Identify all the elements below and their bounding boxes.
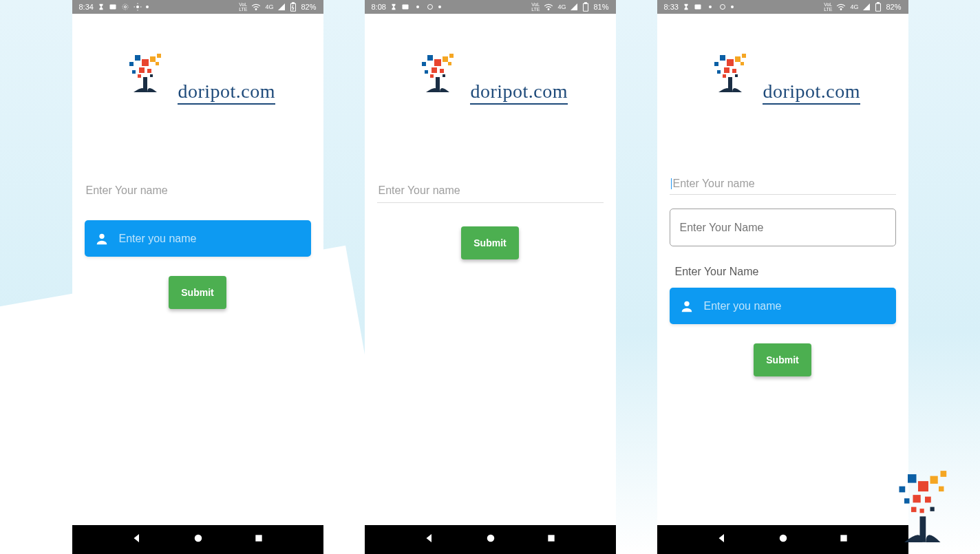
placeholder-text: Enter Your name bbox=[673, 178, 755, 190]
svg-point-28 bbox=[416, 6, 419, 8]
svg-rect-15 bbox=[142, 59, 149, 66]
dot-icon bbox=[731, 6, 734, 8]
svg-rect-75 bbox=[925, 497, 931, 503]
nav-home-icon[interactable] bbox=[777, 532, 789, 547]
signal-icon bbox=[862, 3, 871, 11]
signal-icon bbox=[570, 3, 578, 11]
svg-point-67 bbox=[684, 301, 689, 306]
svg-point-31 bbox=[548, 9, 550, 10]
nav-recent-icon[interactable] bbox=[838, 533, 849, 546]
dot-icon bbox=[438, 6, 441, 8]
svg-rect-41 bbox=[443, 56, 448, 62]
nav-home-icon[interactable] bbox=[484, 532, 497, 547]
nav-home-icon[interactable] bbox=[192, 532, 204, 547]
wave-decor bbox=[365, 443, 616, 525]
network-label: 4G bbox=[850, 3, 858, 10]
svg-rect-64 bbox=[741, 62, 744, 65]
message-icon bbox=[109, 3, 117, 11]
logo-block: doripot.com bbox=[377, 50, 604, 105]
svg-point-2 bbox=[122, 4, 128, 10]
svg-rect-40 bbox=[430, 74, 434, 78]
app-body: doripot.com Enter Your name Enter Your N… bbox=[657, 14, 908, 525]
person-icon bbox=[94, 231, 109, 246]
person-icon bbox=[679, 299, 694, 314]
submit-button[interactable]: Submit bbox=[461, 226, 518, 259]
nav-back-icon[interactable] bbox=[716, 532, 728, 547]
svg-rect-17 bbox=[147, 69, 151, 73]
name-input-filled[interactable]: Enter you name bbox=[85, 220, 311, 257]
brand-text: doripot.com bbox=[763, 81, 860, 105]
message-icon bbox=[401, 3, 409, 11]
svg-rect-57 bbox=[714, 62, 718, 66]
battery-icon bbox=[582, 2, 589, 12]
app-body: doripot.com Enter Your name Submit bbox=[365, 14, 616, 525]
battery-icon bbox=[290, 2, 297, 12]
svg-rect-43 bbox=[448, 62, 451, 65]
svg-rect-21 bbox=[156, 62, 159, 65]
phone-screen-3: 8:33 VoLLTE 4G 82% bbox=[657, 0, 908, 554]
svg-rect-19 bbox=[150, 56, 156, 62]
gear-icon bbox=[121, 3, 129, 11]
status-bar: 8:08 VoLLTE 4G 81% bbox=[365, 0, 616, 14]
lte-icon: VoLLTE bbox=[531, 2, 540, 12]
svg-point-1 bbox=[124, 6, 126, 8]
name-input-underline[interactable]: Enter Your name bbox=[85, 179, 311, 202]
name-input-filled[interactable]: Enter you name bbox=[670, 288, 896, 324]
submit-button[interactable]: Submit bbox=[754, 343, 811, 376]
svg-point-46 bbox=[487, 535, 495, 542]
gear-icon bbox=[718, 3, 727, 11]
svg-rect-14 bbox=[129, 62, 134, 66]
sun-icon bbox=[706, 3, 714, 11]
network-label: 4G bbox=[265, 3, 273, 10]
submit-button[interactable]: Submit bbox=[169, 276, 226, 309]
svg-point-29 bbox=[427, 5, 432, 10]
svg-rect-79 bbox=[939, 487, 944, 492]
wave-decor bbox=[657, 443, 908, 525]
svg-rect-54 bbox=[877, 2, 880, 3]
svg-rect-65 bbox=[717, 70, 721, 74]
svg-rect-71 bbox=[908, 474, 917, 483]
svg-point-3 bbox=[136, 6, 139, 8]
logo-block: doripot.com bbox=[85, 50, 311, 105]
svg-rect-38 bbox=[432, 67, 437, 73]
svg-rect-27 bbox=[402, 5, 408, 10]
outlined-placeholder: Enter Your Name bbox=[680, 222, 764, 234]
name-input-underline[interactable]: Enter Your name bbox=[377, 179, 604, 203]
nav-back-icon[interactable] bbox=[131, 532, 143, 547]
nav-recent-icon[interactable] bbox=[546, 533, 557, 546]
svg-rect-62 bbox=[735, 56, 741, 62]
svg-rect-56 bbox=[720, 55, 725, 61]
battery-icon bbox=[875, 2, 882, 12]
svg-rect-81 bbox=[930, 507, 935, 511]
status-bar: 8:34 VoLLTE bbox=[72, 0, 323, 14]
battery-percent: 82% bbox=[886, 3, 901, 11]
sun-icon bbox=[134, 3, 142, 11]
message-icon bbox=[694, 3, 702, 11]
nav-recent-icon[interactable] bbox=[253, 533, 264, 546]
svg-rect-22 bbox=[132, 70, 136, 74]
svg-point-30 bbox=[438, 6, 441, 8]
svg-rect-26 bbox=[255, 535, 262, 541]
svg-rect-59 bbox=[724, 67, 729, 73]
svg-rect-16 bbox=[139, 67, 145, 73]
nav-back-icon[interactable] bbox=[423, 532, 436, 547]
svg-rect-80 bbox=[904, 498, 910, 504]
svg-rect-20 bbox=[157, 54, 161, 58]
wifi-icon bbox=[251, 3, 261, 11]
svg-point-49 bbox=[709, 6, 712, 8]
hourglass-icon bbox=[390, 3, 397, 10]
corner-logo bbox=[891, 469, 959, 554]
name-input-underline-focused[interactable]: Enter Your name bbox=[670, 173, 896, 195]
svg-rect-11 bbox=[292, 3, 295, 3]
svg-rect-45 bbox=[443, 74, 445, 77]
svg-rect-13 bbox=[135, 55, 140, 61]
svg-point-51 bbox=[731, 6, 734, 8]
battery-percent: 82% bbox=[301, 3, 316, 11]
hourglass-icon bbox=[683, 3, 690, 10]
svg-rect-72 bbox=[899, 487, 906, 493]
svg-rect-61 bbox=[723, 74, 726, 78]
name-input-outlined[interactable]: Enter Your Name bbox=[670, 209, 896, 246]
lte-icon: VoLLTE bbox=[239, 2, 247, 12]
svg-rect-53 bbox=[876, 3, 881, 11]
hourglass-icon bbox=[98, 3, 105, 10]
